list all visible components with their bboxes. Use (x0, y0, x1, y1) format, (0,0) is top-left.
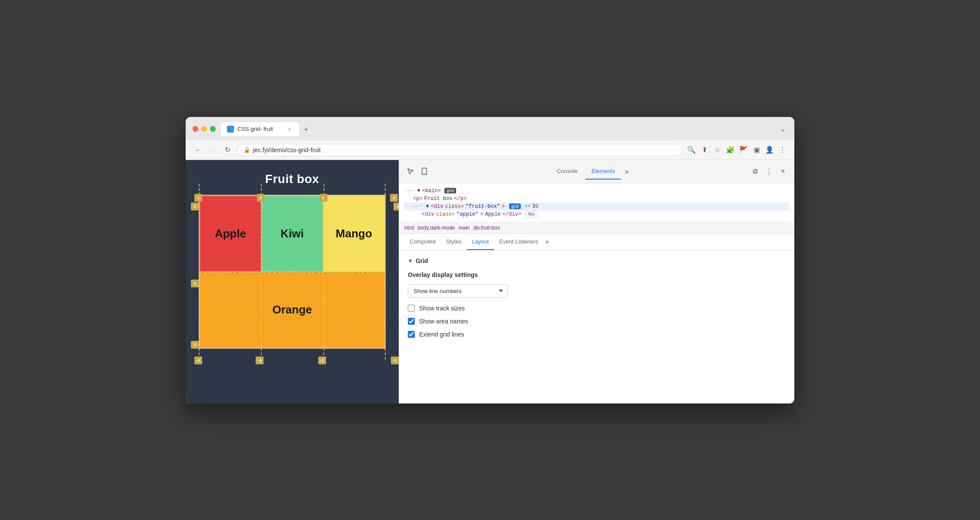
devtools-settings: ⚙ ⋮ × (749, 165, 789, 177)
grid-badge-top-2: 2 (257, 194, 265, 202)
dom-line-div-apple[interactable]: <div class= "apple" > Apple </div> flex (404, 210, 789, 218)
checkbox-extend-grid-lines-input[interactable] (408, 331, 415, 338)
badge-grid-main: grid (444, 188, 456, 193)
devtools-more-button[interactable]: ⋮ (763, 165, 775, 177)
section-arrow: ▼ (408, 258, 413, 264)
fruit-orange: Orange (200, 272, 385, 348)
tab-title: CSS grid- fruit (237, 126, 273, 132)
checkbox-extend-grid-lines-label: Extend grid lines (419, 331, 464, 338)
title-bar: 🌐 CSS grid- fruit × + ⌄ (186, 117, 794, 140)
breadcrumbs: html body.dark-mode main div.fruit-box (399, 222, 794, 234)
minimize-traffic-light[interactable] (201, 126, 207, 132)
star-icon[interactable]: ☆ (713, 145, 722, 155)
fruit-box-title: Fruit box (186, 160, 399, 195)
devtools-panel: Console Elements » ⚙ ⋮ × ··· ▼ <main (399, 160, 794, 403)
grid-section-label: Grid (416, 257, 428, 264)
checkbox-area-names-label: Show area names (419, 318, 468, 325)
layout-panel: ▼ Grid Overlay display settings Show lin… (399, 250, 794, 403)
checkbox-show-area-names: Show area names (408, 318, 786, 325)
checkbox-area-names-input[interactable] (408, 318, 415, 325)
share-icon[interactable]: ⬆ (700, 145, 709, 155)
checkbox-extend-grid-lines: Extend grid lines (408, 331, 786, 338)
device-emulation-button[interactable] (418, 165, 430, 177)
dom-line-p[interactable]: <p> Fruit box </p> (404, 195, 789, 203)
grid-badge-bot-neg1: -1 (391, 357, 399, 364)
fullscreen-traffic-light[interactable] (210, 126, 216, 132)
grid-badge-left-1: 1 (191, 203, 199, 210)
zoom-icon[interactable]: 🔍 (687, 145, 696, 155)
grid-badge-right-neg1: -1 (393, 203, 399, 210)
back-button[interactable]: ← (193, 145, 203, 155)
breadcrumb-main[interactable]: main (459, 225, 470, 231)
devtools-toolbar: Console Elements » ⚙ ⋮ × (399, 160, 794, 183)
badge-flex: flex (526, 211, 538, 217)
tab-console[interactable]: Console (551, 163, 584, 180)
overlay-settings-title: Overlay display settings (408, 271, 786, 278)
tab-elements[interactable]: Elements (585, 163, 621, 180)
extensions-icon[interactable]: 🧩 (726, 145, 735, 155)
overflow-arrow[interactable]: ⌄ (778, 124, 787, 134)
webpage-area: Fruit box 1 (186, 160, 399, 403)
panel-tab-styles[interactable]: Styles (441, 234, 467, 250)
grid-section-title[interactable]: ▼ Grid (408, 257, 786, 264)
traffic-lights (193, 126, 216, 132)
url-text: jec.fyi/demo/css-grid-fruit (253, 147, 676, 153)
badge-grid-blue: grid (509, 203, 521, 209)
dropdown-row: Show line numbers Show line names Hide l… (408, 284, 786, 298)
panel-tab-more[interactable]: » (545, 238, 549, 246)
fruit-grid: Apple Kiwi Mango Orange (199, 195, 386, 349)
panel-tab-layout[interactable]: Layout (467, 234, 494, 250)
breadcrumb-body[interactable]: body.dark-mode (418, 225, 455, 231)
grid-badge-left-2: 2 (191, 280, 199, 287)
breadcrumb-div-fruitbox[interactable]: div.fruit-box (473, 225, 500, 231)
checkbox-track-sizes-label: Show track sizes (419, 305, 465, 312)
devtools-close-button[interactable]: × (777, 165, 789, 177)
inspect-element-button[interactable] (404, 165, 417, 177)
grid-container: 1 2 3 4 1 2 3 (199, 195, 386, 349)
profile-icon[interactable]: 👤 (765, 145, 774, 155)
url-bar[interactable]: 🔒 jec.fyi/demo/css-grid-fruit (237, 144, 682, 156)
panel-tab-computed[interactable]: Computed (404, 234, 441, 250)
active-tab[interactable]: 🌐 CSS grid- fruit × (221, 122, 299, 136)
fruit-apple: Apple (200, 196, 261, 272)
checkbox-show-track-sizes: Show track sizes (408, 305, 786, 312)
fruit-kiwi: Kiwi (261, 196, 323, 272)
tab-close-button[interactable]: × (286, 126, 293, 133)
grid-badge-bot-neg4: -4 (194, 357, 202, 364)
dom-line-div-fruitbox[interactable]: ··· ▼ <div class= "fruit-box" > grid == … (404, 203, 789, 210)
panel-tab-event-listeners[interactable]: Event Listeners (494, 234, 543, 250)
main-content: Fruit box 1 (186, 160, 794, 403)
dom-line-main[interactable]: ··· ▼ <main> grid (404, 187, 789, 195)
new-tab-button[interactable]: + (300, 124, 312, 136)
address-actions: 🔍 ⬆ ☆ 🧩 🚩 ▣ 👤 ⋮ (687, 145, 787, 155)
checkbox-track-sizes-input[interactable] (408, 305, 415, 312)
breadcrumb-html[interactable]: html (404, 225, 414, 231)
tab-more-button[interactable]: » (624, 167, 629, 176)
line-numbers-dropdown[interactable]: Show line numbers Show line names Hide l… (408, 284, 508, 298)
fruit-mango: Mango (323, 196, 385, 272)
grid-badge-bot-neg3: -3 (256, 357, 263, 364)
dom-tree: ··· ▼ <main> grid <p> Fruit box </p> ···… (399, 183, 794, 222)
grid-badge-left-3: 3 (191, 341, 199, 349)
sidebar-icon[interactable]: ▣ (752, 145, 761, 155)
panel-tabs: Computed Styles Layout Event Listeners » (399, 234, 794, 250)
browser-window: 🌐 CSS grid- fruit × + ⌄ ← → ↻ 🔒 jec.fyi/… (186, 117, 794, 403)
refresh-button[interactable]: ↻ (222, 145, 233, 155)
grid-badge-bot-neg2: -2 (318, 357, 326, 364)
close-traffic-light[interactable] (193, 126, 198, 132)
tabs-row: 🌐 CSS grid- fruit × + (221, 122, 773, 136)
grid-badge-top-1: 1 (194, 194, 202, 202)
address-bar: ← → ↻ 🔒 jec.fyi/demo/css-grid-fruit 🔍 ⬆ … (186, 140, 794, 160)
grid-badge-top-3: 3 (320, 194, 327, 202)
flag-icon[interactable]: 🚩 (739, 145, 748, 155)
menu-icon[interactable]: ⋮ (778, 145, 787, 155)
lock-icon: 🔒 (243, 147, 250, 153)
devtools-settings-button[interactable]: ⚙ (749, 165, 761, 177)
forward-button[interactable]: → (207, 145, 218, 155)
grid-badge-top-4: 4 (390, 194, 398, 202)
tab-favicon: 🌐 (227, 126, 234, 133)
